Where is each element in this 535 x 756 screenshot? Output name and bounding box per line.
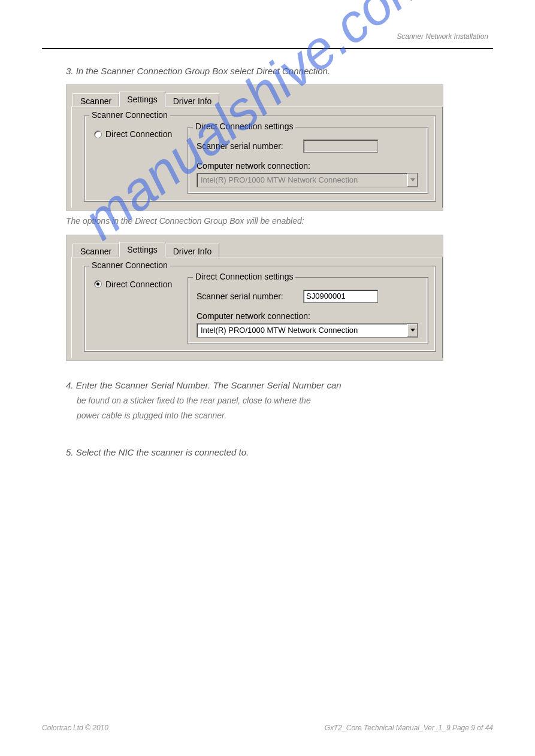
radio-label: Direct Connection: [105, 280, 172, 289]
group-legend: Scanner Connection: [89, 110, 170, 120]
settings-panel-disabled: Scanner Settings Driver Info Scanner Con…: [66, 84, 443, 211]
settings-panel-enabled: Scanner Settings Driver Info Scanner Con…: [66, 235, 443, 361]
tab-settings[interactable]: Settings: [119, 242, 165, 257]
network-dropdown[interactable]: Intel(R) PRO/1000 MTW Network Connection: [197, 173, 418, 187]
header-title: Scanner Network Installation: [42, 32, 493, 41]
tab-driver-info[interactable]: Driver Info: [165, 244, 220, 257]
tab-body: Scanner Connection Direct Connection Dir…: [71, 107, 443, 208]
tab-driver-info[interactable]: Driver Info: [165, 93, 220, 107]
network-dropdown[interactable]: Intel(R) PRO/1000 MTW Network Connection: [197, 323, 418, 338]
dropdown-value: Intel(R) PRO/1000 MTW Network Connection: [197, 174, 407, 187]
serial-label: Scanner serial number:: [197, 292, 297, 301]
serial-input[interactable]: [303, 139, 378, 153]
radio-icon: [94, 280, 102, 288]
header-rule: [42, 48, 493, 49]
direct-connection-settings-group: Direct Connection settings Scanner seria…: [188, 277, 428, 344]
inner-group-legend: Direct Connection settings: [193, 272, 295, 281]
tab-bar: Scanner Settings Driver Info: [72, 241, 443, 257]
step-4-line3: power cable is plugged into the scanner.: [77, 410, 493, 422]
svg-marker-1: [410, 329, 415, 332]
connection-row: Direct Connection Direct Connection sett…: [94, 127, 428, 194]
chevron-down-icon: [407, 174, 418, 187]
tab-body: Scanner Connection Direct Connection Dir…: [71, 257, 443, 358]
step-5-text: 5. Select the NIC the scanner is connect…: [66, 446, 493, 459]
direct-connection-radio[interactable]: Direct Connection: [94, 277, 183, 289]
chevron-down-icon: [407, 324, 418, 337]
serial-row: Scanner serial number: SJ0900001: [197, 290, 419, 303]
tab-bar: Scanner Settings Driver Info: [72, 91, 443, 107]
step-3-text: 3. In the Scanner Connection Group Box s…: [66, 65, 493, 77]
network-label: Computer network connection:: [197, 161, 419, 171]
svg-marker-0: [410, 178, 415, 181]
page: Scanner Network Installation 3. In the S…: [0, 0, 535, 459]
inner-group-legend: Direct Connection settings: [193, 122, 295, 131]
connection-row: Direct Connection Direct Connection sett…: [94, 277, 428, 344]
step-4-line2: be found on a sticker fixed to the rear …: [77, 395, 493, 407]
step-3-subtext: The options in the Direct Connection Gro…: [66, 215, 493, 227]
serial-row: Scanner serial number:: [197, 139, 419, 153]
direct-connection-settings-group: Direct Connection settings Scanner seria…: [188, 127, 428, 194]
tab-scanner[interactable]: Scanner: [72, 244, 119, 257]
serial-input[interactable]: SJ0900001: [303, 290, 378, 303]
serial-label: Scanner serial number:: [197, 141, 297, 151]
group-legend: Scanner Connection: [89, 260, 170, 270]
tab-scanner[interactable]: Scanner: [72, 93, 119, 107]
tab-settings[interactable]: Settings: [119, 92, 165, 107]
radio-icon: [94, 130, 102, 138]
direct-connection-radio[interactable]: Direct Connection: [94, 127, 183, 139]
scanner-connection-group: Scanner Connection Direct Connection Dir…: [84, 266, 436, 352]
footer-left: Colortrac Ltd © 2010: [42, 724, 108, 732]
page-footer: Colortrac Ltd © 2010 GxT2_Core Technical…: [42, 724, 493, 732]
dropdown-value: Intel(R) PRO/1000 MTW Network Connection: [197, 324, 407, 337]
step-4-line1: 4. Enter the Scanner Serial Number. The …: [66, 379, 493, 391]
radio-label: Direct Connection: [105, 129, 172, 139]
footer-right: GxT2_Core Technical Manual_Ver_1_9 Page …: [325, 724, 493, 732]
network-label: Computer network connection:: [197, 311, 419, 321]
scanner-connection-group: Scanner Connection Direct Connection Dir…: [84, 116, 436, 202]
